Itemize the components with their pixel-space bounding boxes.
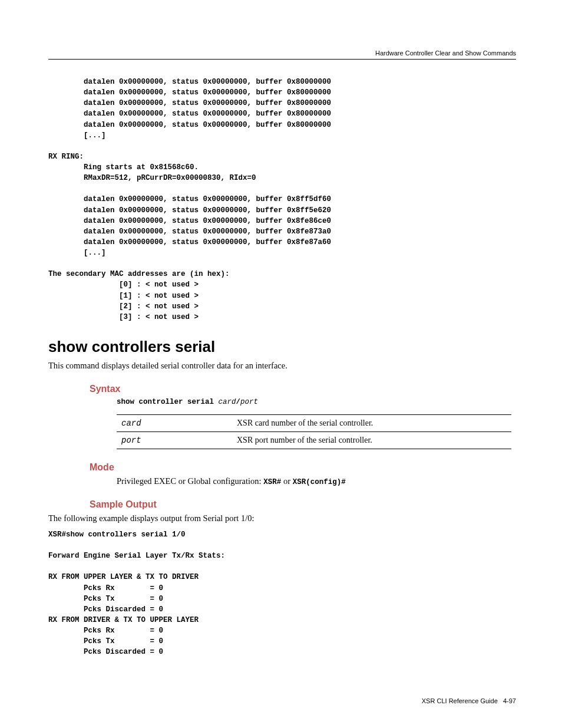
syntax-slash: / (236, 398, 241, 406)
content-area: datalen 0x00000000, status 0x00000000, b… (48, 77, 521, 657)
table-row: card XSR card number of the serial contr… (117, 414, 511, 431)
mode-line: Privileged EXEC or Global configuration:… (117, 476, 521, 486)
mode-or-text: or (281, 476, 292, 486)
syntax-arg-port: port (240, 398, 258, 406)
mode-code-1: XSR# (263, 478, 281, 486)
mode-prefix-text: Privileged EXEC or Global configuration: (117, 476, 263, 486)
param-desc: XSR card number of the serial controller… (232, 414, 511, 431)
footer-guide: XSR CLI Reference Guide (422, 697, 498, 704)
section-intro: This command displays detailed serial co… (48, 361, 521, 371)
mode-heading: Mode (90, 462, 521, 473)
running-header: Hardware Controller Clear and Show Comma… (375, 50, 516, 57)
params-table: card XSR card number of the serial contr… (117, 414, 511, 449)
syntax-line: show controller serial card/port (117, 398, 521, 406)
syntax-keyword: show controller serial (117, 398, 219, 406)
terminal-output-top: datalen 0x00000000, status 0x00000000, b… (48, 77, 521, 322)
syntax-heading: Syntax (90, 384, 521, 394)
page: Hardware Controller Clear and Show Comma… (0, 0, 562, 728)
footer-page: 4-97 (503, 697, 516, 704)
header-rule (48, 59, 516, 60)
sample-output-heading: Sample Output (90, 499, 521, 510)
sample-intro: The following example displays output fr… (48, 513, 521, 523)
section-title: show controllers serial (48, 338, 521, 356)
mode-code-2: XSR(config)# (293, 478, 346, 486)
terminal-output-sample: XSR#show controllers serial 1/0 Forward … (48, 529, 521, 658)
table-row: port XSR port number of the serial contr… (117, 431, 511, 449)
syntax-arg-card: card (219, 398, 236, 406)
page-footer: XSR CLI Reference Guide 4-97 (422, 697, 516, 704)
param-name: port (117, 431, 232, 449)
param-desc: XSR port number of the serial controller… (232, 431, 511, 449)
param-name: card (117, 414, 232, 431)
